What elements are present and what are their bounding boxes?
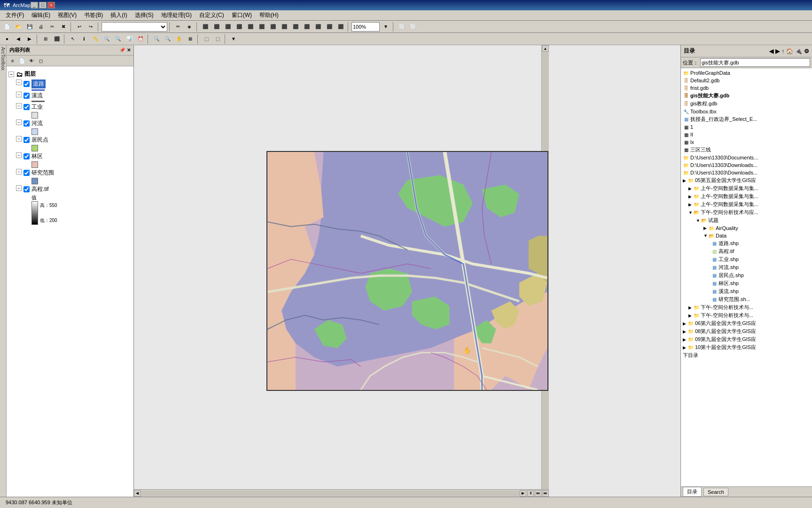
sw-btn[interactable]: ⬚ — [201, 34, 211, 44]
menu-customize[interactable]: 自定义(C) — [195, 10, 228, 20]
catalog-item-path1[interactable]: 📁 D:\Users\13303\Documents... — [681, 154, 812, 161]
save-button[interactable]: 💾 — [24, 22, 35, 32]
scroll-up-btn[interactable]: ▲ — [542, 45, 549, 52]
catalog-connect-btn[interactable]: 🔌 — [795, 48, 802, 55]
catalog-item-1[interactable]: ▦ 1 — [681, 123, 812, 131]
catalog-item-am1[interactable]: ▶ 📁 上午-空间数据采集与集... — [681, 184, 812, 192]
editor-btn[interactable]: ✏ — [173, 22, 183, 32]
toc-list-btn[interactable]: ≡ — [8, 56, 17, 65]
catalog-item-dem-tif[interactable]: ▧ 高程.tif — [681, 247, 812, 255]
road-checkbox[interactable] — [23, 81, 30, 87]
catalog-item-fuxian[interactable]: ▦ 抚授县_行政边界_Select_E... — [681, 115, 812, 123]
zoom-in-btn[interactable]: 🔍 — [151, 34, 162, 44]
catalog-item-river-shp[interactable]: ▦ 河流.shp — [681, 263, 812, 271]
catalog-item-airquality[interactable]: ▶ 📁 AirQuality — [681, 224, 812, 232]
tool3[interactable]: ⬛ — [223, 22, 233, 32]
river-expand[interactable]: − — [16, 119, 22, 125]
horizontal-scrollbar[interactable]: ◀ ▶ ⏸ ⏮ ⏭ — [134, 489, 549, 497]
catalog-item-studyarea-shp[interactable]: ▦ 研究范围.sh... — [681, 295, 812, 303]
catalog-item-09gis[interactable]: ▶ 📁 09第九届全国大学生GIS应 — [681, 335, 812, 343]
zoom-input[interactable] — [351, 22, 380, 32]
catalog-item-path3[interactable]: 📁 D:\Users\13303\Downloads... — [681, 169, 812, 176]
catalog-item-fristgdb[interactable]: 🗄 frist.gdb — [681, 84, 812, 92]
scroll-right-btn[interactable]: ▶ — [520, 490, 526, 497]
scroll-fwd2-btn[interactable]: ⏭ — [542, 490, 549, 497]
tool8[interactable]: ⬛ — [279, 22, 289, 32]
road-expand[interactable]: − — [16, 79, 22, 85]
tool5[interactable]: ⬛ — [245, 22, 256, 32]
dem-label[interactable]: 高程.tif — [31, 185, 49, 193]
pan-btn[interactable]: ✋ — [174, 34, 184, 44]
tool7[interactable]: ⬛ — [268, 22, 278, 32]
forest-label[interactable]: 林区 — [31, 152, 43, 160]
catalog-item-08gis[interactable]: ▶ 📁 08第八届全国大学生GIS应 — [681, 327, 812, 335]
studyarea-expand[interactable]: − — [16, 169, 22, 175]
stream-label[interactable]: 溪流 — [31, 92, 43, 100]
menu-geoprocessing[interactable]: 地理处理(G) — [157, 10, 195, 20]
close-button[interactable]: × — [47, 2, 55, 8]
tool9[interactable]: ⬛ — [290, 22, 301, 32]
catalog-nav-fwd[interactable]: ▶ — [775, 48, 780, 55]
river-label[interactable]: 河流 — [31, 119, 43, 127]
redo-button[interactable]: ↪ — [86, 22, 96, 32]
tool1[interactable]: ⬛ — [200, 22, 211, 32]
full-extent-btn[interactable]: ⊠ — [185, 34, 195, 44]
layer-dropdown[interactable] — [102, 22, 167, 32]
catalog-item-path2[interactable]: 📁 D:\Users\13303\Downloads... — [681, 161, 812, 169]
catalog-item-profilegraphdata[interactable]: 📁 ProfileGraphData — [681, 69, 812, 77]
catalog-item-ll[interactable]: ▦ II — [681, 131, 812, 138]
settlement-label[interactable]: 居民点 — [31, 136, 48, 144]
catalog-item-05gis[interactable]: ▶ 📁 05第五届全国大学生GIS应 — [681, 176, 812, 184]
catalog-item-default2gdb[interactable]: 🗄 Default2.gdb — [681, 77, 812, 84]
industrial-checkbox[interactable] — [23, 104, 30, 110]
catalog-item-lx[interactable]: ▦ lx — [681, 138, 812, 146]
menu-select[interactable]: 选择(S) — [131, 10, 157, 20]
tab-catalog[interactable]: 目录 — [683, 487, 702, 497]
tab-search[interactable]: Search — [703, 488, 728, 496]
tool12[interactable]: ⬛ — [324, 22, 335, 32]
settlement-checkbox[interactable] — [23, 137, 30, 143]
scroll-pause-btn[interactable]: ⏸ — [527, 490, 534, 497]
undo-button[interactable]: ↩ — [74, 22, 85, 32]
toc-close-btn[interactable]: ✕ — [127, 48, 131, 53]
forward-btn[interactable]: ▶ — [24, 34, 35, 44]
menu-view[interactable]: 视图(V) — [54, 10, 80, 20]
measure-btn[interactable]: 📏 — [90, 34, 101, 44]
zoom-extent2-btn[interactable]: ⬜ — [408, 22, 418, 32]
menu-bookmarks[interactable]: 书签(B) — [80, 10, 107, 20]
close-doc-button[interactable]: ✖ — [58, 22, 69, 32]
location-input[interactable] — [700, 58, 810, 67]
new-button[interactable]: 📄 — [2, 22, 12, 32]
dem-checkbox[interactable] — [23, 186, 30, 192]
next-btn[interactable]: ◀ — [13, 34, 23, 44]
info-btn[interactable]: ℹ — [79, 34, 89, 44]
tool11[interactable]: ⬛ — [313, 22, 323, 32]
industrial-expand[interactable]: − — [16, 103, 22, 109]
road-label[interactable]: 道路 — [31, 79, 46, 88]
html-popup-btn[interactable]: 📊 — [124, 34, 134, 44]
toc-pin-btn[interactable]: 📌 — [119, 48, 125, 53]
forest-expand[interactable]: − — [16, 152, 22, 158]
river-checkbox[interactable] — [23, 120, 30, 127]
map-canvas[interactable]: ✋ — [266, 151, 548, 391]
hscroll-track[interactable] — [141, 491, 520, 496]
catalog-item-am3[interactable]: ▶ 📁 上午-空间数据采集与集... — [681, 200, 812, 208]
catalog-item-3zones[interactable]: ▦ 三区三线 — [681, 146, 812, 154]
toc-visibility-btn[interactable]: 👁 — [27, 56, 36, 65]
tool10[interactable]: ⬛ — [302, 22, 312, 32]
stream-checkbox[interactable] — [23, 93, 30, 99]
maximize-button[interactable]: □ — [39, 2, 47, 8]
catalog-item-toolbox[interactable]: 🔧 Toolbox.tbx — [681, 108, 812, 115]
cut-button[interactable]: ✂ — [47, 22, 57, 32]
tool13[interactable]: ⬛ — [336, 22, 346, 32]
map-container[interactable]: ▲ ▼ — [134, 45, 680, 497]
tool6[interactable]: ⬛ — [257, 22, 267, 32]
catalog-item-gisgdb[interactable]: 🗄 gis技能大赛.gdb — [681, 92, 812, 100]
tool2[interactable]: ⬛ — [211, 22, 222, 32]
find-btn[interactable]: 🔍 — [102, 34, 112, 44]
catalog-item-06gis[interactable]: ▶ 📁 06第六届全国大学生GIS应 — [681, 319, 812, 327]
catalog-item-stream-shp[interactable]: ▦ 溪流.shp — [681, 287, 812, 295]
catalog-item-questions[interactable]: ▼ 📂 试题 — [681, 216, 812, 224]
menu-edit[interactable]: 编辑(E) — [28, 10, 54, 20]
tool4[interactable]: ⬛ — [234, 22, 244, 32]
